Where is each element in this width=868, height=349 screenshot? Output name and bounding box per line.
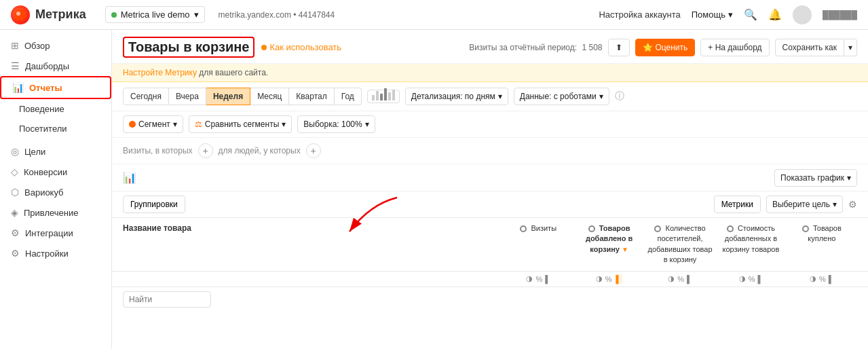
evaluate-button[interactable]: ⭐ Оценить: [635, 39, 696, 56]
tab-week[interactable]: Неделя: [206, 88, 250, 105]
sidebar-item-label: Настройки: [25, 249, 69, 259]
compare-button[interactable]: ⚖ Сравнить сегменты ▾: [189, 115, 293, 133]
page-title-box: Товары в корзине: [123, 37, 254, 58]
chart-bars-selector[interactable]: [367, 90, 400, 103]
show-chart-button[interactable]: Показать график ▾: [774, 169, 857, 187]
groupings-button[interactable]: Группировки: [123, 196, 185, 213]
notice-link[interactable]: Настройте Метрику: [123, 68, 197, 77]
pie-icon-5[interactable]: ◑: [810, 274, 816, 283]
chevron-down-icon: ▾: [365, 120, 369, 129]
people-filter-text: для людей, у которых: [219, 146, 301, 155]
info-icon[interactable]: ⓘ: [615, 90, 624, 103]
col-name-header: Название товара: [123, 223, 503, 233]
search-icon[interactable]: 🔍: [744, 8, 757, 22]
percent-icon-2[interactable]: %: [605, 275, 612, 283]
sidebar-item-label: Обзор: [24, 41, 50, 51]
radio-purchased[interactable]: [802, 225, 809, 232]
save-button[interactable]: Сохранить как: [775, 39, 844, 56]
chart-toggle-icon[interactable]: 📊: [123, 171, 136, 184]
sidebar-item-integrations[interactable]: ⚙ Интеграции: [0, 223, 111, 243]
bar-icon-3[interactable]: ▌: [687, 275, 692, 283]
sidebar-item-label: Конверсии: [24, 167, 67, 177]
segment-button[interactable]: Сегмент ▾: [123, 115, 183, 133]
segment-dot: [129, 121, 136, 128]
sidebar-item-visitors[interactable]: Посетители: [0, 119, 111, 139]
col-icons: ◑ % ▌ ◑ % ▌ ◑ % ▌ ◑: [503, 274, 857, 284]
sidebar-item-reports[interactable]: 📊 Отчеты: [0, 76, 111, 99]
chart-area: 📊 Показать график ▾: [112, 164, 868, 191]
date-tab-group: Сегодня Вчера Неделя Месяц Квартал Год: [123, 88, 362, 105]
site-name: Metrica live demo: [121, 10, 190, 20]
percent-icon-5[interactable]: %: [819, 275, 826, 283]
visits-label: Визиты за отчётный период: 1 508: [469, 43, 602, 52]
bar6: [392, 90, 395, 100]
tab-yesterday[interactable]: Вчера: [169, 88, 206, 105]
sidebar-item-conversions[interactable]: ◇ Конверсии: [0, 162, 111, 182]
notifications-icon[interactable]: 🔔: [768, 8, 782, 22]
sample-button[interactable]: Выборка: 100% ▾: [297, 115, 375, 133]
sidebar-item-settings[interactable]: ⚙ Настройки: [0, 243, 111, 263]
sidebar-item-dashboards[interactable]: ☰ Дашборды: [0, 56, 111, 76]
save-split: Сохранить как ▾: [775, 39, 857, 56]
col-added: Товаров добавлено в корзину ▼: [573, 223, 644, 265]
sidebar-item-label: Привлечение: [24, 208, 79, 218]
sidebar-item-label: Дашборды: [25, 61, 69, 71]
save-dropdown-button[interactable]: ▾: [844, 39, 857, 56]
upload-button[interactable]: ⬆: [608, 39, 630, 56]
tab-quarter[interactable]: Квартал: [289, 88, 334, 105]
bar-icon[interactable]: ▌: [545, 275, 550, 283]
bar-icon-5[interactable]: ▌: [829, 275, 834, 283]
col-icon-group-added: ◑ % ▌: [573, 274, 644, 284]
sidebar-item-label: Цели: [24, 147, 45, 157]
dashboard-button[interactable]: + На дашборд: [700, 39, 769, 56]
bar-icon-2[interactable]: ▌: [615, 274, 623, 284]
sort-arrow-icon: ▼: [622, 246, 628, 253]
sidebar-item-variocube[interactable]: ⬡ Вариокуб: [0, 182, 111, 202]
sidebar-item-behavior[interactable]: Поведение: [0, 99, 111, 119]
goal-button[interactable]: Выберите цель ▾: [766, 196, 843, 213]
detail-button[interactable]: Детализация: по дням ▾: [405, 88, 508, 105]
col-visits: Визиты: [503, 223, 573, 265]
pie-icon-3[interactable]: ◑: [668, 274, 675, 283]
overview-icon: ⊞: [11, 40, 19, 51]
radio-added[interactable]: [588, 225, 595, 232]
data-button[interactable]: Данные: с роботами ▾: [514, 88, 609, 105]
sidebar-item-overview[interactable]: ⊞ Обзор: [0, 35, 111, 56]
percent-icon-3[interactable]: %: [677, 275, 684, 283]
sidebar-item-goals[interactable]: ◎ Цели: [0, 141, 111, 162]
help-menu[interactable]: Помощь ▾: [692, 10, 733, 20]
chevron-down-icon: ▾: [599, 92, 603, 101]
pie-icon[interactable]: ◑: [526, 274, 533, 283]
tab-year[interactable]: Год: [335, 88, 362, 105]
tab-month[interactable]: Месяц: [250, 88, 289, 105]
percent-icon[interactable]: %: [535, 275, 542, 283]
pie-icon-4[interactable]: ◑: [739, 274, 746, 283]
col-cost: Стоимость добавленных в корзину товаров: [715, 223, 786, 265]
sidebar-item-label: Поведение: [19, 104, 64, 114]
site-selector[interactable]: Metrica live demo ▾: [105, 6, 205, 23]
radio-visitors[interactable]: [654, 225, 661, 232]
search-row: [112, 287, 868, 312]
sidebar-item-label: Посетители: [19, 124, 67, 134]
radio-cost[interactable]: [727, 225, 734, 232]
add-visits-filter-button[interactable]: +: [198, 143, 213, 158]
tab-today[interactable]: Сегодня: [123, 88, 169, 105]
page-title: Товары в корзине: [128, 39, 249, 54]
pie-icon-2[interactable]: ◑: [596, 274, 603, 283]
icon-subrow: ◑ % ▌ ◑ % ▌ ◑ % ▌ ◑: [112, 272, 868, 287]
toolbar: Сегодня Вчера Неделя Месяц Квартал Год Д…: [112, 82, 868, 111]
search-input[interactable]: [123, 291, 211, 308]
bar-icon-4[interactable]: ▌: [757, 275, 763, 283]
account-settings-link[interactable]: Настройка аккаунта: [599, 10, 680, 20]
reports-icon: 📊: [12, 82, 24, 93]
how-to-use-btn[interactable]: Как использовать: [261, 42, 341, 52]
gear-icon[interactable]: ⚙: [848, 199, 857, 210]
metrics-button[interactable]: Метрики: [714, 196, 761, 213]
chevron-down-icon: ▾: [173, 120, 177, 129]
radio-visits[interactable]: [520, 225, 527, 232]
add-people-filter-button[interactable]: +: [306, 143, 321, 158]
sidebar-item-attraction[interactable]: ◈ Привлечение: [0, 202, 111, 223]
col-purchased: Товаров куплено: [787, 223, 857, 265]
percent-icon-4[interactable]: %: [749, 275, 755, 283]
avatar[interactable]: [793, 5, 812, 24]
